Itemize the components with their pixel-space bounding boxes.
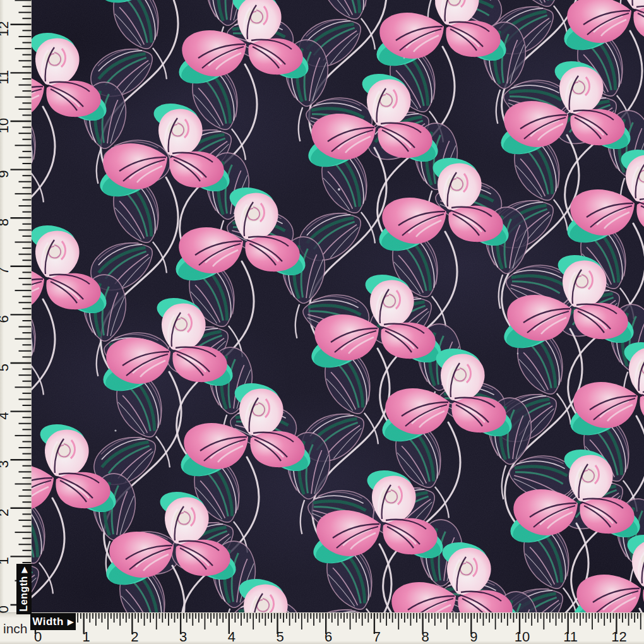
- width-label-text: Width: [32, 616, 64, 628]
- ruler-number: 2: [131, 629, 138, 644]
- ruler-number: 1: [83, 629, 90, 644]
- ruler-number: 5: [276, 629, 283, 644]
- bottom-ruler-ticks: [35, 613, 641, 634]
- ruler-number: 10: [515, 629, 530, 644]
- bottom-ruler-numbers: 0123456789101112: [34, 629, 627, 644]
- fabric-grain: [0, 0, 644, 612]
- ruler-number: 9: [470, 629, 477, 644]
- ruler-number: 11: [563, 629, 578, 644]
- length-label-text: Length: [18, 576, 30, 611]
- bottom-ruler: [0, 612, 644, 644]
- ruler-number: 6: [325, 629, 332, 644]
- ruler-number: 0: [34, 629, 42, 644]
- length-arrow-icon: ▶: [20, 566, 28, 573]
- fabric-swatch-photo: 0123456789101112 0123456789101112 Length…: [0, 0, 644, 644]
- ruler-number: 3: [179, 629, 187, 644]
- width-ruler-label: Width ▶: [30, 613, 76, 630]
- ruler-number: 8: [421, 629, 429, 644]
- width-arrow-icon: ▶: [68, 618, 74, 626]
- ruler-number: 4: [228, 629, 236, 644]
- ruler-number: 7: [373, 629, 381, 644]
- length-ruler-label: Length ▶: [16, 564, 32, 614]
- ruler-number: 12: [611, 629, 626, 644]
- unit-inch-label: inch: [3, 621, 31, 636]
- fabric-pattern: [0, 0, 644, 612]
